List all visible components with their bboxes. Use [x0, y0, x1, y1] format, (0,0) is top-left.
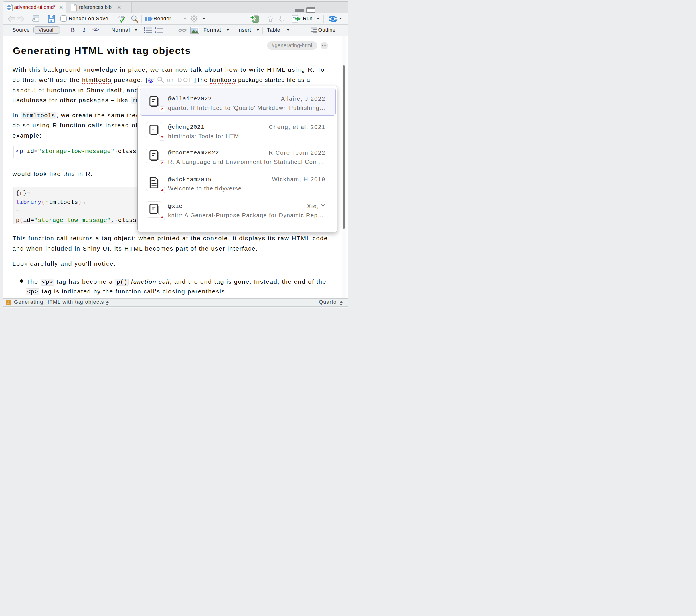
svg-text:1: 1: [155, 27, 156, 30]
svg-text:2: 2: [155, 31, 156, 34]
